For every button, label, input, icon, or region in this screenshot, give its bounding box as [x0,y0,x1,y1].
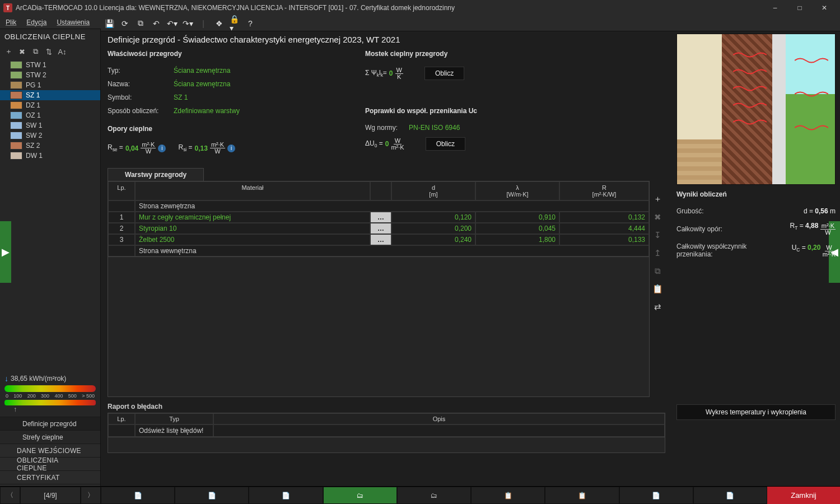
row-up-icon[interactable]: ↥ [654,248,661,258]
save-icon[interactable]: 💾 [104,18,114,29]
footer-tab-1[interactable]: 📄 [101,487,175,504]
left-drawer-handle[interactable]: ▶ [0,221,11,283]
tree-delete-icon[interactable]: ✖ [17,46,27,57]
tree-item-stw1[interactable]: STW 1 [0,60,100,70]
table-row-d[interactable]: 0,120 [391,212,475,223]
nav-definicje[interactable]: Definicje przegród [0,417,100,430]
redo-icon[interactable]: ↷▾ [183,18,193,29]
footer-tab-3[interactable]: 📄 [249,487,323,504]
tree-item-stw2[interactable]: STW 2 [0,70,100,80]
footer-tab-7[interactable]: 📋 [545,487,619,504]
table-row-l[interactable]: 1,800 [475,234,559,245]
footer-tab-6[interactable]: 📋 [471,487,545,504]
footer-tab-4[interactable]: 🗂 [323,487,397,504]
oblicz-mostek-button[interactable]: Oblicz [424,67,464,80]
tree-copy-icon[interactable]: ⧉ [30,46,40,57]
nav-strefy[interactable]: Strefy cieplne [0,430,100,444]
footer-tab-8[interactable]: 📄 [619,487,693,504]
table-row-mat[interactable]: Mur z cegły ceramicznej pełnej [135,212,370,223]
nav-obliczenia[interactable]: OBLICZENIA CIEPLNE [0,457,100,470]
table-row-mat[interactable]: Styropian 10 [135,223,370,234]
tree-item-dz1[interactable]: DZ 1 [0,100,100,110]
footer-tab-2[interactable]: 📄 [175,487,249,504]
info-icon[interactable]: i [227,144,235,152]
tree: STW 1 STW 2 PG 1 SZ 1 DZ 1 OZ 1 SW 1 SW … [0,59,100,165]
table-row-l[interactable]: 0,045 [475,223,559,234]
sposob-value[interactable]: Zdefiniowane warstwy [174,107,240,115]
th-d: d[m] [391,181,475,200]
tab-warstwy[interactable]: Warstwy przegrody [108,168,204,181]
tree-item-pg1[interactable]: PG 1 [0,80,100,90]
tree-item-sw1[interactable]: SW 1 [0,120,100,130]
th-lp: Lp. [108,181,135,200]
nav-dane[interactable]: DANE WEJŚCIOWE [0,444,100,457]
footer-close-button[interactable]: Zamknij [767,487,840,504]
menu-settings[interactable]: Ustawienia [57,18,90,26]
undo-more-icon[interactable]: ↶▾ [167,18,177,29]
err-th-lp: Lp. [108,413,135,424]
undo-icon[interactable]: ↶ [151,18,161,29]
tree-item-sw2[interactable]: SW 2 [0,130,100,141]
table-row-mat[interactable]: Żelbet 2500 [135,234,370,245]
row-add-icon[interactable]: ＋ [654,194,662,204]
tree-add-icon[interactable]: ＋ [3,46,13,57]
row-more-button[interactable]: … [370,234,391,245]
mostek-value[interactable]: 0 [389,69,393,77]
footer-page: [4/9] [20,487,81,504]
row-settings-icon[interactable]: ⇄ [654,302,661,312]
row-down-icon[interactable]: ↧ [654,230,661,240]
tree-item-sz2[interactable]: SZ 2 [0,141,100,151]
typ-value[interactable]: Ściana zewnętrzna [174,67,230,74]
chart-button[interactable]: Wykres temperatury i wykroplenia [676,404,836,420]
table-row-d[interactable]: 0,200 [391,223,475,234]
rsi-value[interactable]: 0,13 [195,144,208,152]
row-paste-icon[interactable]: 📋 [652,284,663,294]
th-lambda: λ[W/m·K] [475,181,559,200]
tree-item-dw1[interactable]: DW 1 [0,151,100,161]
footer-tab-9[interactable]: 📄 [693,487,767,504]
info-icon[interactable]: i [158,144,166,152]
lock-icon[interactable]: 🔒▾ [230,18,240,29]
wgnormy-value[interactable]: PN-EN ISO 6946 [409,124,460,132]
refresh-icon[interactable]: ⟳ [120,18,130,29]
layers-icon[interactable]: ❖ [214,18,224,29]
row-more-button[interactable]: … [370,223,391,234]
nazwa-value[interactable]: Ściana zewnętrzna [174,80,230,88]
row-more-button[interactable]: … [370,212,391,223]
tree-item-sz1[interactable]: SZ 1 [0,90,100,100]
tree-label: DZ 1 [26,101,40,109]
rse-value[interactable]: 0,04 [125,144,138,152]
tree-swap-icon[interactable]: ⇅ [44,46,54,57]
footer-next[interactable]: 〉 [81,487,101,504]
help-icon[interactable]: ? [245,18,255,29]
err-msg[interactable]: Odśwież listę błędów! [135,424,213,437]
symbol-value[interactable]: SZ 1 [174,94,188,101]
window-close[interactable]: ✕ [812,0,837,16]
sposob-label: Sposób obliczeń: [108,107,169,115]
energy-ruler [4,400,96,405]
tree-label: STW 2 [26,71,46,79]
nav-certyfikat[interactable]: CERTYFIKAT [0,470,100,484]
oblicz-du0-button[interactable]: Oblicz [426,137,465,151]
du0-value[interactable]: 0 [385,140,389,148]
app-icon: T [3,3,12,12]
table-row-d[interactable]: 0,240 [391,234,475,245]
table-row-l[interactable]: 0,910 [475,212,559,223]
menu-file[interactable]: Plik [6,18,16,26]
tree-label: PG 1 [26,81,41,89]
window-minimize[interactable]: – [763,0,787,16]
window-maximize[interactable]: □ [787,0,812,16]
typ-label: Typ: [108,67,169,74]
tree-item-oz1[interactable]: OZ 1 [0,110,100,120]
row-delete-icon[interactable]: ✖ [654,212,661,222]
row-copy-icon[interactable]: ⧉ [655,266,661,276]
menu-edit[interactable]: Edycja [26,18,46,26]
footer-prev[interactable]: 〈 [0,487,20,504]
row-section-lp [108,245,135,256]
tree-sort-icon[interactable]: A↕ [57,46,67,57]
copy-icon[interactable]: ⧉ [136,18,146,29]
wgnormy-label: Wg normy: [365,124,404,132]
footer-tab-5[interactable]: 🗂 [397,487,471,504]
err-cell [108,424,135,437]
tree-label: SZ 1 [26,91,40,99]
